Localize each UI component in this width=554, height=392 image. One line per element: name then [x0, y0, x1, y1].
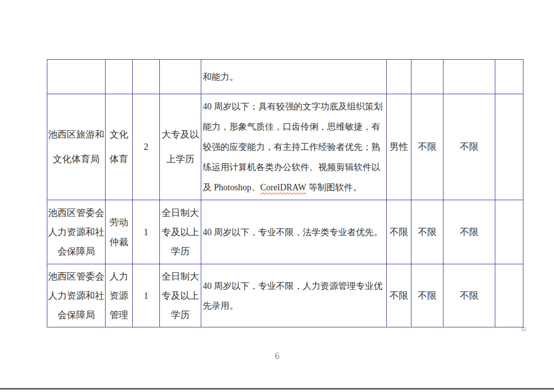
position-cell: 人力 资源 管理	[106, 264, 133, 327]
limit-text: 不限	[460, 226, 479, 239]
gender-cell: 男性	[387, 94, 411, 200]
education-text: 专及以上	[162, 222, 199, 242]
limit-cell-wide: 不限	[443, 264, 495, 327]
requirement-text: 和能力。	[203, 67, 238, 87]
unit-cell: 池西区管委会 人力资源和社 会保障局	[47, 264, 106, 327]
requirement-text: 40 周岁以下，专业不限，人力资源管理专业优	[203, 276, 383, 296]
unit-cell	[47, 60, 106, 94]
limit-cell	[411, 60, 443, 94]
table-row: 池西区管委会 人力资源和社 会保障局 劳动 仲裁 1 全日制大 专及以上 学历 …	[47, 200, 523, 264]
position-cell: 文化 体育	[106, 94, 133, 200]
position-text: 体育	[110, 147, 128, 172]
empty-cell	[495, 264, 523, 327]
education-text: 学历	[171, 305, 190, 324]
requirement-text: 先录用。	[203, 296, 238, 316]
requirement-text: 40 周岁以下，专业不限，法学类专业者优先。	[203, 222, 383, 242]
limit-cell: 不限	[411, 264, 443, 327]
limit-text: 不限	[460, 289, 479, 302]
empty-cell	[495, 60, 523, 94]
position-text: 管理	[110, 305, 128, 324]
education-text: 全日制大	[162, 267, 199, 286]
education-text: 专及以上	[162, 286, 199, 305]
gender-text: 不限	[390, 226, 408, 239]
limit-text: 不限	[418, 141, 437, 153]
gender-cell: 不限	[387, 264, 411, 327]
count-text: 1	[144, 290, 148, 301]
unit-text: 池西区旅游和	[48, 122, 105, 147]
count-cell: 1	[133, 264, 160, 327]
education-text: 大专及以	[162, 122, 199, 147]
limit-text: 不限	[418, 289, 437, 302]
education-text: 全日制大	[162, 203, 199, 222]
requirement-text: 40 周岁以下；具有较强的文字功底及组织策划	[203, 97, 383, 117]
gender-cell: 不限	[387, 200, 411, 264]
position-text: 劳动	[110, 213, 128, 232]
education-cell: 大专及以 上学历	[160, 94, 201, 200]
table-row: 和能力。	[47, 60, 523, 94]
count-cell: 2	[133, 94, 160, 200]
limit-text: 不限	[418, 226, 437, 239]
unit-text: 会保障局	[58, 305, 95, 324]
empty-cell	[495, 94, 523, 200]
requirements-cell: 和能力。	[201, 60, 387, 94]
limit-cell: 不限	[411, 200, 443, 264]
limit-cell-wide: 不限	[443, 200, 495, 264]
education-text: 学历	[171, 242, 190, 261]
requirement-text: 较强的应变能力，有主持工作经验者优先；熟	[203, 137, 380, 157]
table-resize-handle[interactable]	[522, 327, 525, 331]
limit-cell: 不限	[411, 94, 443, 200]
education-cell	[160, 60, 201, 94]
gender-cell	[387, 60, 411, 94]
unit-text: 池西区管委会	[48, 203, 105, 222]
position-text: 人力	[110, 267, 128, 286]
count-text: 1	[144, 227, 148, 238]
count-cell: 1	[133, 200, 160, 264]
table-row: 池西区旅游和 文化体育局 文化 体育 2 大专及以 上学历 40 周岁以下；具有…	[47, 94, 523, 200]
gender-text: 男性	[390, 141, 408, 153]
position-text: 仲裁	[110, 232, 128, 252]
position-text: 文化	[110, 122, 128, 147]
position-text: 资源	[110, 286, 128, 305]
unit-cell: 池西区管委会 人力资源和社 会保障局	[47, 200, 106, 264]
requirement-text: 能力，形象气质佳，口齿伶俐，思维敏捷，有	[203, 117, 380, 137]
requirement-text: 及 Photoshop、CorelDRAW 等制图软件。	[203, 178, 362, 198]
requirements-cell: 40 周岁以下；具有较强的文字功底及组织策划 能力，形象气质佳，口齿伶俐，思维敏…	[201, 94, 387, 200]
unit-text: 文化体育局	[53, 147, 100, 172]
unit-cell: 池西区旅游和 文化体育局	[47, 94, 106, 200]
limit-cell-wide: 不限	[443, 94, 495, 200]
unit-text: 人力资源和社	[48, 286, 105, 305]
job-table: 和能力。 池西区旅游和 文化体育局 文化 体育 2 大专及以 上学历	[47, 59, 523, 327]
empty-cell	[495, 200, 523, 264]
requirement-text: 练运用计算机各类办公软件、视频剪辑软件以	[203, 157, 380, 178]
unit-text: 人力资源和社	[48, 222, 105, 242]
page-number: 6	[0, 351, 554, 361]
gender-text: 不限	[390, 289, 408, 302]
count-text: 2	[144, 142, 148, 152]
education-cell: 全日制大 专及以上 学历	[160, 200, 201, 264]
position-cell: 劳动 仲裁	[106, 200, 133, 264]
spellcheck-flagged-word: CorelDRAW	[260, 182, 306, 192]
limit-cell-wide	[443, 60, 495, 94]
unit-text: 池西区管委会	[48, 267, 105, 286]
unit-text: 会保障局	[58, 242, 95, 261]
limit-text: 不限	[460, 141, 479, 153]
requirements-cell: 40 周岁以下，专业不限，人力资源管理专业优 先录用。	[201, 264, 387, 327]
requirements-cell: 40 周岁以下，专业不限，法学类专业者优先。	[201, 200, 387, 264]
education-text: 上学历	[166, 147, 194, 172]
count-cell	[133, 60, 160, 94]
page-bottom-edge	[0, 388, 554, 390]
table-row: 池西区管委会 人力资源和社 会保障局 人力 资源 管理 1 全日制大 专及以上 …	[47, 264, 523, 327]
position-cell	[106, 60, 133, 94]
education-cell: 全日制大 专及以上 学历	[160, 264, 201, 327]
